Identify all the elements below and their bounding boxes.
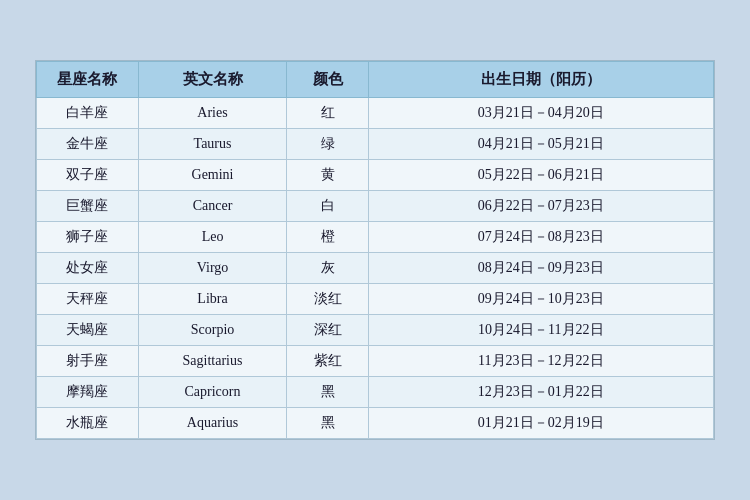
header-chinese-name: 星座名称 [37,62,139,98]
cell-color: 深红 [287,315,368,346]
cell-color: 绿 [287,129,368,160]
cell-chinese-name: 白羊座 [37,98,139,129]
table-row: 金牛座Taurus绿04月21日－05月21日 [37,129,714,160]
cell-english-name: Cancer [138,191,287,222]
cell-color: 红 [287,98,368,129]
table-header-row: 星座名称 英文名称 颜色 出生日期（阳历） [37,62,714,98]
cell-english-name: Gemini [138,160,287,191]
table-row: 狮子座Leo橙07月24日－08月23日 [37,222,714,253]
cell-english-name: Sagittarius [138,346,287,377]
cell-dates: 07月24日－08月23日 [368,222,713,253]
table-row: 双子座Gemini黄05月22日－06月21日 [37,160,714,191]
cell-color: 白 [287,191,368,222]
cell-dates: 05月22日－06月21日 [368,160,713,191]
cell-chinese-name: 天秤座 [37,284,139,315]
cell-color: 黑 [287,408,368,439]
zodiac-table-container: 星座名称 英文名称 颜色 出生日期（阳历） 白羊座Aries红03月21日－04… [35,60,715,440]
cell-english-name: Aries [138,98,287,129]
cell-english-name: Scorpio [138,315,287,346]
table-row: 巨蟹座Cancer白06月22日－07月23日 [37,191,714,222]
cell-dates: 11月23日－12月22日 [368,346,713,377]
cell-color: 灰 [287,253,368,284]
cell-chinese-name: 水瓶座 [37,408,139,439]
cell-color: 黄 [287,160,368,191]
cell-dates: 01月21日－02月19日 [368,408,713,439]
table-row: 天秤座Libra淡红09月24日－10月23日 [37,284,714,315]
cell-chinese-name: 金牛座 [37,129,139,160]
cell-color: 淡红 [287,284,368,315]
cell-dates: 12月23日－01月22日 [368,377,713,408]
cell-chinese-name: 狮子座 [37,222,139,253]
cell-chinese-name: 天蝎座 [37,315,139,346]
cell-dates: 03月21日－04月20日 [368,98,713,129]
table-row: 摩羯座Capricorn黑12月23日－01月22日 [37,377,714,408]
header-birth-date: 出生日期（阳历） [368,62,713,98]
header-color: 颜色 [287,62,368,98]
cell-chinese-name: 射手座 [37,346,139,377]
cell-english-name: Libra [138,284,287,315]
zodiac-table: 星座名称 英文名称 颜色 出生日期（阳历） 白羊座Aries红03月21日－04… [36,61,714,439]
cell-dates: 04月21日－05月21日 [368,129,713,160]
table-row: 射手座Sagittarius紫红11月23日－12月22日 [37,346,714,377]
cell-color: 黑 [287,377,368,408]
table-row: 天蝎座Scorpio深红10月24日－11月22日 [37,315,714,346]
cell-english-name: Leo [138,222,287,253]
cell-english-name: Capricorn [138,377,287,408]
cell-chinese-name: 摩羯座 [37,377,139,408]
cell-dates: 08月24日－09月23日 [368,253,713,284]
cell-color: 橙 [287,222,368,253]
table-row: 水瓶座Aquarius黑01月21日－02月19日 [37,408,714,439]
cell-color: 紫红 [287,346,368,377]
table-row: 处女座Virgo灰08月24日－09月23日 [37,253,714,284]
cell-english-name: Taurus [138,129,287,160]
cell-chinese-name: 双子座 [37,160,139,191]
table-body: 白羊座Aries红03月21日－04月20日金牛座Taurus绿04月21日－0… [37,98,714,439]
cell-chinese-name: 巨蟹座 [37,191,139,222]
cell-chinese-name: 处女座 [37,253,139,284]
table-row: 白羊座Aries红03月21日－04月20日 [37,98,714,129]
cell-dates: 09月24日－10月23日 [368,284,713,315]
cell-english-name: Virgo [138,253,287,284]
cell-english-name: Aquarius [138,408,287,439]
header-english-name: 英文名称 [138,62,287,98]
cell-dates: 10月24日－11月22日 [368,315,713,346]
cell-dates: 06月22日－07月23日 [368,191,713,222]
